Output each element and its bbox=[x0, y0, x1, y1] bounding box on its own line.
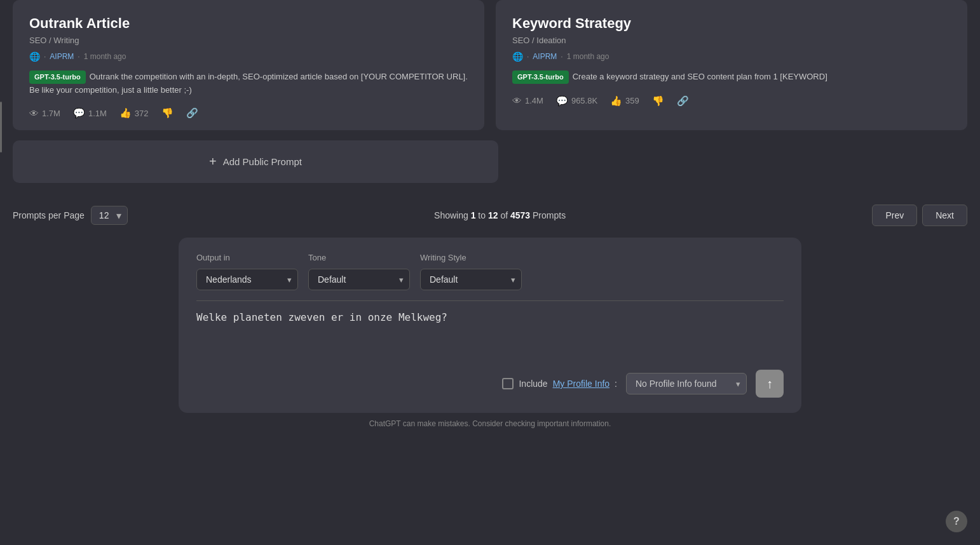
keyword-likes[interactable]: 👍 359 bbox=[610, 95, 639, 107]
keyword-views: 👁 1.4M bbox=[512, 95, 543, 106]
outrank-article-subtitle: SEO / Writing bbox=[29, 36, 468, 45]
link-icon-2: 🔗 bbox=[677, 95, 689, 107]
outrank-description: GPT-3.5-turboOutrank the competition wit… bbox=[29, 71, 468, 96]
keyword-description: GPT-3.5-turboCreate a keyword strategy a… bbox=[512, 71, 951, 84]
send-icon: ↑ bbox=[766, 377, 773, 391]
thumbs-up-icon: 👍 bbox=[119, 107, 132, 119]
tone-label: Tone bbox=[308, 253, 410, 262]
outrank-time: 1 month ago bbox=[84, 52, 126, 61]
include-profile-checkbox[interactable] bbox=[502, 378, 514, 389]
keyword-time: 1 month ago bbox=[567, 52, 609, 61]
keyword-stats: 👁 1.4M 💬 965.8K 👍 359 👎 🔗 bbox=[512, 95, 951, 107]
include-label: Include bbox=[519, 379, 547, 389]
writing-style-select-wrapper: Default Academic Creative Technical bbox=[420, 269, 522, 290]
profile-dropdown[interactable]: No Profile Info found bbox=[626, 373, 747, 394]
outrank-share[interactable]: 🔗 bbox=[186, 107, 198, 119]
prev-button[interactable]: Prev bbox=[872, 205, 917, 226]
keyword-share[interactable]: 🔗 bbox=[677, 95, 689, 107]
control-bar-top: Output in Nederlands English Spanish Fre… bbox=[196, 253, 784, 290]
tone-group: Tone Default Formal Casual Professional bbox=[308, 253, 410, 290]
outrank-article-card[interactable]: Outrank Article SEO / Writing 🌐 · AIPRM … bbox=[13, 0, 484, 130]
output-in-select-wrapper: Nederlands English Spanish French bbox=[196, 269, 298, 290]
outrank-article-meta: 🌐 · AIPRM · 1 month ago bbox=[29, 51, 468, 62]
keyword-dislike[interactable]: 👎 bbox=[652, 95, 664, 107]
help-button[interactable]: ? bbox=[946, 511, 967, 532]
keyword-comments: 💬 965.8K bbox=[556, 95, 597, 107]
my-profile-info-link[interactable]: My Profile Info bbox=[553, 379, 609, 389]
keyword-strategy-card[interactable]: Keyword Strategy SEO / Ideation 🌐 · AIPR… bbox=[496, 0, 967, 130]
next-button[interactable]: Next bbox=[922, 205, 967, 226]
prompts-per-page-label: Prompts per Page bbox=[13, 210, 85, 220]
thumbs-up-icon-2: 👍 bbox=[610, 95, 622, 107]
output-in-label: Output in bbox=[196, 253, 298, 262]
comments-icon-2: 💬 bbox=[556, 95, 568, 107]
add-public-prompt-card[interactable]: + Add Public Prompt bbox=[13, 140, 498, 183]
footer-disclaimer: ChatGPT can make mistakes. Consider chec… bbox=[13, 413, 967, 428]
control-bar: Output in Nederlands English Spanish Fre… bbox=[179, 238, 801, 413]
meta-dot: · bbox=[44, 52, 46, 61]
outrank-stats: 👁 1.7M 💬 1.1M 👍 372 👎 🔗 bbox=[29, 107, 468, 119]
views-icon: 👁 bbox=[29, 108, 39, 119]
outrank-views: 👁 1.7M bbox=[29, 108, 60, 119]
keyword-strategy-subtitle: SEO / Ideation bbox=[512, 36, 951, 45]
profile-dropdown-wrapper: No Profile Info found bbox=[626, 373, 747, 394]
writing-style-select[interactable]: Default Academic Creative Technical bbox=[420, 269, 522, 290]
pagination-buttons: Prev Next bbox=[872, 205, 967, 226]
prompts-per-page: Prompts per Page 12 24 48 bbox=[13, 206, 128, 225]
outrank-gpt-badge: GPT-3.5-turbo bbox=[29, 71, 86, 84]
plus-icon: + bbox=[209, 154, 217, 169]
showing-text: Showing 1 to 12 of 4573 Prompts bbox=[434, 210, 566, 220]
prompt-cards-row: Outrank Article SEO / Writing 🌐 · AIPRM … bbox=[13, 0, 967, 140]
profile-include-section: Include My Profile Info: bbox=[502, 378, 617, 389]
keyword-author-link[interactable]: AIPRM bbox=[533, 52, 557, 61]
showing-from: 1 bbox=[471, 210, 476, 220]
views-icon-2: 👁 bbox=[512, 95, 522, 106]
meta-dot2: · bbox=[78, 52, 79, 61]
outrank-author-link[interactable]: AIPRM bbox=[50, 52, 74, 61]
colon: : bbox=[615, 379, 617, 389]
showing-total: 4573 bbox=[510, 210, 530, 220]
outrank-dislike[interactable]: 👎 bbox=[161, 107, 174, 119]
showing-to: 12 bbox=[488, 210, 498, 220]
globe-icon: 🌐 bbox=[29, 51, 40, 62]
per-page-select[interactable]: 12 24 48 bbox=[91, 206, 128, 225]
output-in-group: Output in Nederlands English Spanish Fre… bbox=[196, 253, 298, 290]
pagination-row: Prompts per Page 12 24 48 Showing 1 to 1… bbox=[13, 193, 967, 238]
control-bar-bottom: Include My Profile Info: No Profile Info… bbox=[196, 370, 784, 398]
outrank-article-title: Outrank Article bbox=[29, 15, 468, 32]
scroll-indicator bbox=[0, 102, 2, 152]
thumbs-down-icon-2: 👎 bbox=[652, 95, 664, 107]
outrank-comments: 💬 1.1M bbox=[73, 107, 107, 119]
tone-select-wrapper: Default Formal Casual Professional bbox=[308, 269, 410, 290]
meta-dot-4: · bbox=[561, 52, 562, 61]
keyword-gpt-badge: GPT-3.5-turbo bbox=[512, 71, 569, 84]
keyword-strategy-meta: 🌐 · AIPRM · 1 month ago bbox=[512, 51, 951, 62]
outrank-likes[interactable]: 👍 372 bbox=[119, 107, 149, 119]
globe-icon-2: 🌐 bbox=[512, 51, 523, 62]
output-in-select[interactable]: Nederlands English Spanish French bbox=[196, 269, 298, 290]
add-prompt-label: Add Public Prompt bbox=[223, 156, 302, 167]
thumbs-down-icon: 👎 bbox=[161, 107, 174, 119]
link-icon: 🔗 bbox=[186, 107, 198, 119]
meta-dot-3: · bbox=[527, 52, 529, 61]
per-page-select-wrapper: 12 24 48 bbox=[91, 206, 128, 225]
tone-select[interactable]: Default Formal Casual Professional bbox=[308, 269, 410, 290]
keyword-strategy-title: Keyword Strategy bbox=[512, 15, 951, 32]
chat-input[interactable]: Welke planeten zweven er in onze Melkweg… bbox=[196, 311, 784, 361]
divider-line bbox=[196, 300, 784, 301]
writing-style-label: Writing Style bbox=[420, 253, 522, 262]
send-button[interactable]: ↑ bbox=[756, 370, 784, 398]
writing-style-group: Writing Style Default Academic Creative … bbox=[420, 253, 522, 290]
comments-icon: 💬 bbox=[73, 107, 85, 119]
